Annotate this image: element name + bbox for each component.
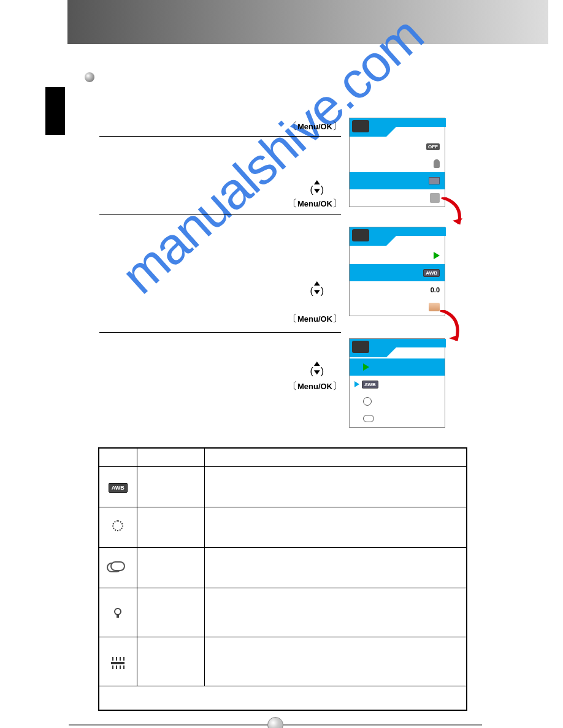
- cell-note: [99, 686, 467, 710]
- cell-icon-fluorescent: [99, 637, 137, 686]
- tab-header: [350, 227, 446, 246]
- menuok-label: Menu/OK: [297, 199, 332, 208]
- cloud-icon: [110, 561, 125, 571]
- microphone-icon: [434, 159, 440, 168]
- menu-screen-3: AWB: [349, 338, 445, 428]
- menuok-label: Menu/OK: [297, 382, 332, 391]
- side-tab: [45, 87, 65, 135]
- awb-badge: AWB: [362, 381, 378, 389]
- th-icon: [99, 448, 137, 466]
- menu-row-awb-sel: AWB: [350, 376, 445, 393]
- step-4: 〔Menu/OK〕: [99, 380, 348, 393]
- table-row-awb: AWB: [99, 466, 467, 507]
- cell-name-awb: [137, 466, 204, 507]
- enter-arrow-icon: [363, 363, 369, 371]
- paren-open: 〔: [288, 121, 297, 131]
- off-badge: OFF: [426, 143, 440, 150]
- menu-row-ev: 0.0: [350, 281, 445, 298]
- fluorescent-icon: [111, 662, 124, 664]
- cell-desc-daylight: [204, 507, 467, 547]
- enter-arrow-icon: [434, 252, 440, 259]
- table-row-daylight: [99, 507, 467, 547]
- step-2: 〔Menu/OK〕: [99, 197, 348, 210]
- cell-icon-tungsten: [99, 588, 137, 637]
- bulb-icon: [114, 608, 121, 615]
- tab-header: [350, 118, 446, 137]
- step-4-arrows: (▲▼): [99, 359, 348, 377]
- updown-icon: ▲▼: [312, 279, 322, 296]
- layers-icon: [429, 177, 440, 184]
- updown-icon: ▲▼: [312, 178, 322, 195]
- menu-screen-1: OFF: [349, 118, 445, 207]
- th-desc: [204, 448, 467, 466]
- camera-icon: [352, 229, 369, 241]
- tab-header: [350, 339, 446, 357]
- menu-row-mic: [350, 155, 445, 172]
- cell-desc-fluorescent: [204, 637, 467, 686]
- cell-icon-awb: AWB: [99, 466, 137, 507]
- table-row-tungsten: [99, 588, 467, 637]
- menu-screen-2: AWB 0.0: [349, 227, 445, 316]
- divider-3: [99, 332, 341, 333]
- cell-desc-awb: [204, 466, 467, 507]
- section-bullet: [85, 72, 94, 82]
- menu-row-go-hl: [350, 358, 445, 376]
- menu-row-awb-hl: AWB: [350, 264, 445, 281]
- cell-icon-cloudy: [99, 547, 137, 588]
- cell-desc-tungsten: [204, 588, 467, 637]
- updown-icon: ▲▼: [312, 359, 322, 376]
- awb-icon: AWB: [109, 483, 128, 493]
- camera-icon: [352, 120, 369, 132]
- divider-2: [99, 214, 341, 215]
- sun-icon: [112, 520, 123, 531]
- menuok-label: Menu/OK: [297, 314, 332, 324]
- menu-row-off: OFF: [350, 138, 445, 155]
- paren-close: 〕: [332, 121, 342, 131]
- table-row-fluorescent: [99, 637, 467, 686]
- cloud-icon: [363, 415, 374, 422]
- selector-arrow-icon: [354, 381, 359, 387]
- menu-row-highlighted: [350, 172, 445, 189]
- menu-row-sun: [350, 393, 445, 410]
- footer-page-circle: [267, 717, 283, 728]
- divider-1: [99, 136, 341, 137]
- menu-row-cloud: [350, 410, 445, 427]
- camera-icon: [352, 341, 369, 353]
- menu-row-go: [350, 247, 445, 264]
- awb-badge: AWB: [423, 269, 440, 277]
- cell-name-fluorescent: [137, 637, 204, 686]
- table-header-row: [99, 448, 467, 466]
- ev-value: 0.0: [431, 286, 440, 294]
- step-1: 〔Menu/OK〕: [99, 120, 348, 133]
- cell-icon-daylight: [99, 507, 137, 547]
- step-3: 〔Menu/OK〕: [99, 313, 348, 325]
- cell-desc-cloudy: [204, 547, 467, 588]
- sun-icon: [363, 397, 372, 406]
- table-row-cloudy: [99, 547, 467, 588]
- header-gradient: [67, 0, 548, 44]
- menuok-label: Menu/OK: [297, 122, 332, 131]
- cell-name-tungsten: [137, 588, 204, 637]
- th-name: [137, 448, 204, 466]
- step-3-arrows: (▲▼): [99, 279, 348, 297]
- cell-name-daylight: [137, 507, 204, 547]
- white-balance-table: AWB: [98, 447, 467, 711]
- step-2-arrows: (▲▼): [99, 178, 348, 195]
- cell-name-cloudy: [137, 547, 204, 588]
- table-row-note: [99, 686, 467, 710]
